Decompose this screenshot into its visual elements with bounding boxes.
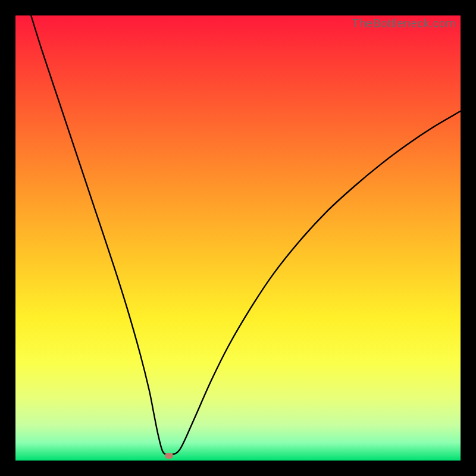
plot-area: TheBottleneck.com — [15, 15, 461, 461]
chart-frame: TheBottleneck.com — [0, 0, 476, 476]
chart-curve — [15, 15, 461, 461]
chart-marker — [165, 453, 173, 459]
